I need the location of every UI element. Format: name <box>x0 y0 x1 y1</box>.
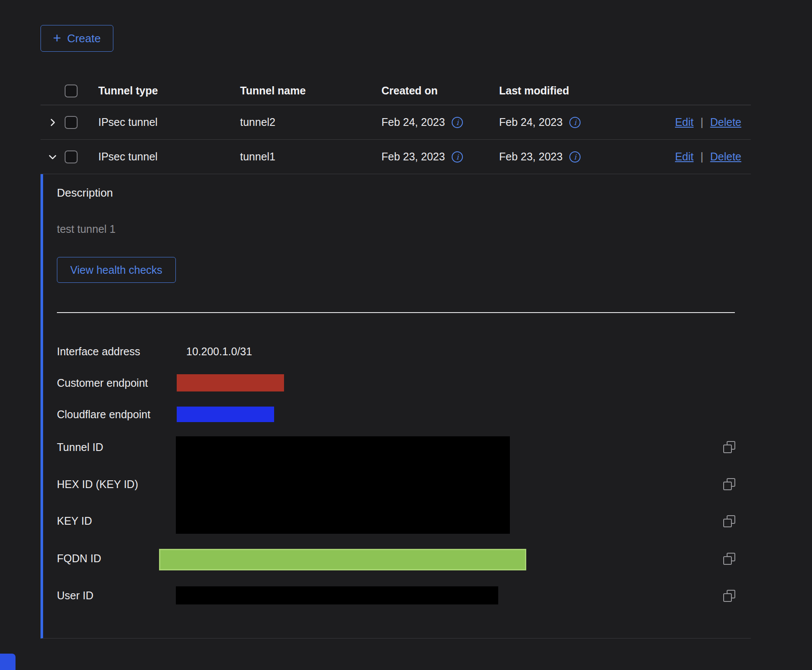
info-icon[interactable]: i <box>569 151 581 163</box>
copy-tunnel-id-icon[interactable] <box>723 441 735 453</box>
delete-link[interactable]: Delete <box>710 116 741 128</box>
info-icon[interactable]: i <box>452 151 463 163</box>
user-id-label: User ID <box>57 585 94 606</box>
hex-id-label: HEX ID (KEY ID) <box>57 473 138 495</box>
link-separator: | <box>700 116 703 128</box>
view-health-checks-label: View health checks <box>70 264 162 276</box>
description-label: Description <box>57 186 113 200</box>
created-on-cell: Feb 23, 2023 <box>381 150 445 163</box>
edit-link[interactable]: Edit <box>675 116 693 128</box>
header-created-on: Created on <box>381 85 499 97</box>
delete-link[interactable]: Delete <box>710 150 741 163</box>
info-icon[interactable]: i <box>452 117 463 128</box>
header-tunnel-name: Tunnel name <box>240 85 381 97</box>
row-checkbox[interactable] <box>65 116 78 129</box>
table-header-row: Tunnel type Tunnel name Created on Last … <box>41 77 751 105</box>
copy-user-id-icon[interactable] <box>723 590 735 602</box>
copy-hex-id-icon[interactable] <box>723 478 735 490</box>
collapse-chevron-down-icon[interactable] <box>41 152 65 162</box>
copy-key-id-icon[interactable] <box>723 515 735 527</box>
description-value: test tunnel 1 <box>57 223 116 235</box>
section-divider <box>57 312 735 313</box>
fqdn-id-label: FQDN ID <box>57 548 101 569</box>
tunnel-type-cell: IPsec tunnel <box>98 150 240 163</box>
tunnel-name-cell: tunnel1 <box>240 150 381 163</box>
chat-widget-corner[interactable] <box>0 654 16 670</box>
tunnel-name-cell: tunnel2 <box>240 116 381 128</box>
info-icon[interactable]: i <box>569 117 581 128</box>
header-tunnel-type: Tunnel type <box>98 85 240 97</box>
select-all-checkbox[interactable] <box>65 85 78 97</box>
last-modified-cell: Feb 24, 2023 <box>499 116 562 128</box>
ids-redacted-block <box>176 436 510 534</box>
tunnels-page: + Create Tunnel type Tunnel name Created… <box>0 0 812 670</box>
cloudflare-endpoint-redacted-value <box>177 407 274 422</box>
last-modified-cell: Feb 23, 2023 <box>499 150 562 163</box>
key-id-label: KEY ID <box>57 510 92 532</box>
create-button-label: Create <box>67 32 101 45</box>
cloudflare-endpoint-label: Cloudflare endpoint <box>57 404 150 425</box>
created-on-cell: Feb 24, 2023 <box>381 116 445 128</box>
interface-address-value: 10.200.1.0/31 <box>186 341 252 362</box>
tunnel-detail-panel: Description test tunnel 1 View health ch… <box>41 174 751 639</box>
row-checkbox[interactable] <box>65 150 78 163</box>
tunnels-table: Tunnel type Tunnel name Created on Last … <box>41 77 751 174</box>
user-id-redacted-value <box>176 586 498 604</box>
header-last-modified: Last modified <box>499 85 641 97</box>
copy-fqdn-id-icon[interactable] <box>723 553 735 565</box>
fqdn-id-redacted-value <box>159 549 526 570</box>
table-row-tunnel2: IPsec tunnel tunnel2 Feb 24, 2023 i Feb … <box>41 105 751 140</box>
plus-icon: + <box>53 31 61 45</box>
view-health-checks-button[interactable]: View health checks <box>57 257 176 283</box>
tunnel-id-label: Tunnel ID <box>57 436 103 458</box>
customer-endpoint-label: Customer endpoint <box>57 372 148 394</box>
create-button[interactable]: + Create <box>41 25 113 52</box>
customer-endpoint-redacted-value <box>177 374 284 391</box>
expand-chevron-right-icon[interactable] <box>41 117 65 128</box>
edit-link[interactable]: Edit <box>675 150 693 163</box>
link-separator: | <box>700 150 703 163</box>
tunnel-type-cell: IPsec tunnel <box>98 116 240 128</box>
table-row-tunnel1: IPsec tunnel tunnel1 Feb 23, 2023 i Feb … <box>41 140 751 174</box>
interface-address-label: Interface address <box>57 341 140 362</box>
